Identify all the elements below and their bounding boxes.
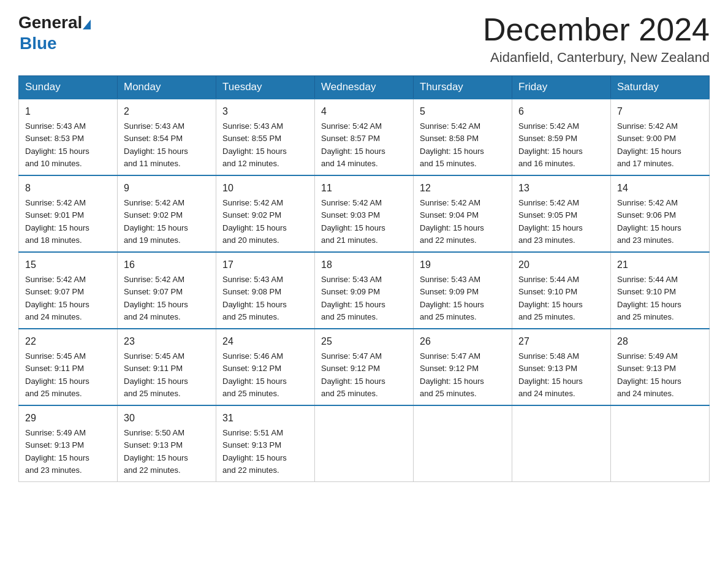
calendar-body: 1 Sunrise: 5:43 AMSunset: 8:53 PMDayligh… [19,99,710,482]
day-info: Sunrise: 5:42 AMSunset: 9:03 PMDaylight:… [321,198,385,245]
calendar-cell: 5 Sunrise: 5:42 AMSunset: 8:58 PMDayligh… [414,99,512,175]
calendar-cell [315,405,414,482]
calendar-cell: 15 Sunrise: 5:42 AMSunset: 9:07 PMDaylig… [19,252,118,329]
calendar-cell: 14 Sunrise: 5:42 AMSunset: 9:06 PMDaylig… [611,175,710,252]
day-info: Sunrise: 5:42 AMSunset: 9:07 PMDaylight:… [25,275,89,321]
title-block: December 2024 Aidanfield, Canterbury, Ne… [483,12,710,66]
day-number: 17 [222,258,308,272]
day-info: Sunrise: 5:42 AMSunset: 8:58 PMDaylight:… [420,121,484,168]
logo: General Blue [18,12,91,53]
calendar-cell: 13 Sunrise: 5:42 AMSunset: 9:05 PMDaylig… [512,175,611,252]
calendar-cell: 17 Sunrise: 5:43 AMSunset: 9:08 PMDaylig… [216,252,315,329]
calendar-week-row: 22 Sunrise: 5:45 AMSunset: 9:11 PMDaylig… [19,329,710,405]
calendar-cell: 2 Sunrise: 5:43 AMSunset: 8:54 PMDayligh… [118,99,216,175]
logo-line2: Blue [18,33,91,54]
calendar-cell: 27 Sunrise: 5:48 AMSunset: 9:13 PMDaylig… [512,329,611,405]
day-number: 5 [420,104,506,119]
day-info: Sunrise: 5:43 AMSunset: 8:54 PMDaylight:… [124,121,188,168]
day-number: 9 [124,181,210,196]
calendar-cell: 29 Sunrise: 5:49 AMSunset: 9:13 PMDaylig… [19,405,118,482]
calendar-week-row: 8 Sunrise: 5:42 AMSunset: 9:01 PMDayligh… [19,175,710,252]
day-info: Sunrise: 5:42 AMSunset: 8:57 PMDaylight:… [321,121,385,168]
day-number: 6 [518,104,604,119]
col-wednesday: Wednesday [315,76,414,99]
calendar-cell: 6 Sunrise: 5:42 AMSunset: 8:59 PMDayligh… [512,99,611,175]
day-info: Sunrise: 5:42 AMSunset: 9:01 PMDaylight:… [25,198,89,245]
day-info: Sunrise: 5:42 AMSunset: 9:04 PMDaylight:… [420,198,484,245]
calendar-cell: 12 Sunrise: 5:42 AMSunset: 9:04 PMDaylig… [414,175,512,252]
calendar-cell: 30 Sunrise: 5:50 AMSunset: 9:13 PMDaylig… [118,405,216,482]
day-number: 10 [222,181,308,196]
calendar-cell: 11 Sunrise: 5:42 AMSunset: 9:03 PMDaylig… [315,175,414,252]
calendar-cell: 20 Sunrise: 5:44 AMSunset: 9:10 PMDaylig… [512,252,611,329]
day-number: 27 [518,334,604,349]
day-number: 19 [420,258,506,272]
day-number: 23 [124,334,210,349]
day-number: 18 [321,258,407,272]
day-number: 1 [25,104,111,119]
day-info: Sunrise: 5:47 AMSunset: 9:12 PMDaylight:… [420,351,484,398]
day-info: Sunrise: 5:45 AMSunset: 9:11 PMDaylight:… [124,351,188,398]
day-number: 12 [420,181,506,196]
day-number: 26 [420,334,506,349]
day-number: 8 [25,181,111,196]
day-number: 20 [518,258,604,272]
day-info: Sunrise: 5:42 AMSunset: 9:06 PMDaylight:… [617,198,681,245]
day-info: Sunrise: 5:42 AMSunset: 9:05 PMDaylight:… [518,198,583,245]
calendar-cell: 10 Sunrise: 5:42 AMSunset: 9:02 PMDaylig… [216,175,315,252]
col-tuesday: Tuesday [216,76,315,99]
calendar-cell: 8 Sunrise: 5:42 AMSunset: 9:01 PMDayligh… [19,175,118,252]
day-info: Sunrise: 5:46 AMSunset: 9:12 PMDaylight:… [222,351,287,398]
calendar-cell: 1 Sunrise: 5:43 AMSunset: 8:53 PMDayligh… [19,99,118,175]
day-info: Sunrise: 5:49 AMSunset: 9:13 PMDaylight:… [617,351,681,398]
calendar-week-row: 29 Sunrise: 5:49 AMSunset: 9:13 PMDaylig… [19,405,710,482]
day-info: Sunrise: 5:42 AMSunset: 9:02 PMDaylight:… [124,198,188,245]
day-number: 11 [321,181,407,196]
col-thursday: Thursday [414,76,512,99]
day-info: Sunrise: 5:50 AMSunset: 9:13 PMDaylight:… [124,428,188,475]
day-number: 25 [321,334,407,349]
calendar-cell: 18 Sunrise: 5:43 AMSunset: 9:09 PMDaylig… [315,252,414,329]
day-info: Sunrise: 5:42 AMSunset: 9:02 PMDaylight:… [222,198,287,245]
day-number: 30 [124,411,210,426]
calendar-cell: 23 Sunrise: 5:45 AMSunset: 9:11 PMDaylig… [118,329,216,405]
day-info: Sunrise: 5:44 AMSunset: 9:10 PMDaylight:… [518,275,583,321]
page-header: General Blue December 2024 Aidanfield, C… [18,12,710,66]
logo-triangle-icon [83,20,91,29]
day-number: 31 [222,411,308,426]
day-info: Sunrise: 5:43 AMSunset: 9:09 PMDaylight:… [420,275,484,321]
day-info: Sunrise: 5:45 AMSunset: 9:11 PMDaylight:… [25,351,89,398]
calendar-cell: 25 Sunrise: 5:47 AMSunset: 9:12 PMDaylig… [315,329,414,405]
calendar-cell [512,405,611,482]
calendar-cell: 16 Sunrise: 5:42 AMSunset: 9:07 PMDaylig… [118,252,216,329]
day-info: Sunrise: 5:43 AMSunset: 8:55 PMDaylight:… [222,121,287,168]
day-info: Sunrise: 5:42 AMSunset: 8:59 PMDaylight:… [518,121,583,168]
calendar-cell: 26 Sunrise: 5:47 AMSunset: 9:12 PMDaylig… [414,329,512,405]
day-number: 14 [617,181,703,196]
month-title: December 2024 [483,12,710,47]
logo-blue-text: Blue [20,34,57,53]
day-info: Sunrise: 5:47 AMSunset: 9:12 PMDaylight:… [321,351,385,398]
calendar-cell [414,405,512,482]
day-number: 7 [617,104,703,119]
calendar-week-row: 15 Sunrise: 5:42 AMSunset: 9:07 PMDaylig… [19,252,710,329]
calendar-cell: 19 Sunrise: 5:43 AMSunset: 9:09 PMDaylig… [414,252,512,329]
col-monday: Monday [118,76,216,99]
day-number: 4 [321,104,407,119]
day-info: Sunrise: 5:49 AMSunset: 9:13 PMDaylight:… [25,428,89,475]
day-number: 28 [617,334,703,349]
day-info: Sunrise: 5:42 AMSunset: 9:00 PMDaylight:… [617,121,681,168]
header-row: Sunday Monday Tuesday Wednesday Thursday… [19,76,710,99]
calendar-cell: 3 Sunrise: 5:43 AMSunset: 8:55 PMDayligh… [216,99,315,175]
col-friday: Friday [512,76,611,99]
calendar-table: Sunday Monday Tuesday Wednesday Thursday… [18,75,710,482]
calendar-cell: 4 Sunrise: 5:42 AMSunset: 8:57 PMDayligh… [315,99,414,175]
day-number: 13 [518,181,604,196]
location: Aidanfield, Canterbury, New Zealand [483,50,710,66]
col-saturday: Saturday [611,76,710,99]
calendar-cell: 31 Sunrise: 5:51 AMSunset: 9:13 PMDaylig… [216,405,315,482]
day-info: Sunrise: 5:44 AMSunset: 9:10 PMDaylight:… [617,275,681,321]
calendar-cell: 21 Sunrise: 5:44 AMSunset: 9:10 PMDaylig… [611,252,710,329]
calendar-cell: 9 Sunrise: 5:42 AMSunset: 9:02 PMDayligh… [118,175,216,252]
calendar-cell: 7 Sunrise: 5:42 AMSunset: 9:00 PMDayligh… [611,99,710,175]
